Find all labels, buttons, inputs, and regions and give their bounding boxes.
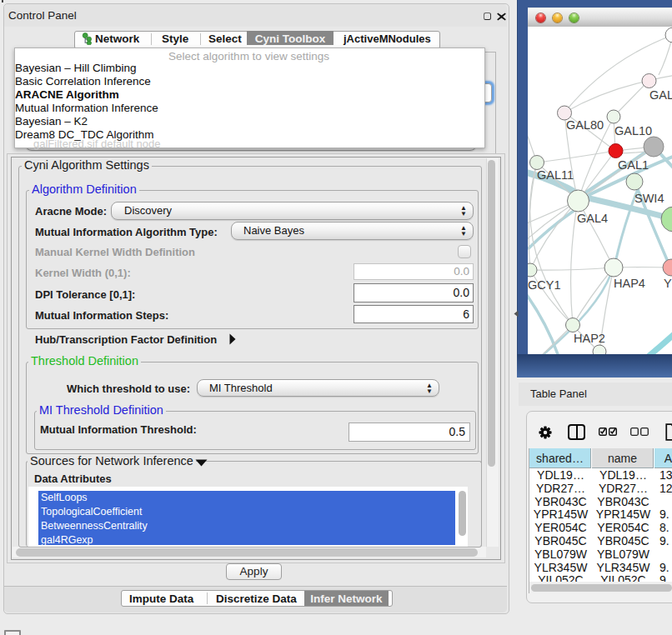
svg-text:Y: Y — [664, 277, 672, 290]
svg-text:GAL11: GAL11 — [537, 168, 574, 182]
svg-text:GAL80: GAL80 — [566, 118, 604, 132]
svg-text:GAL7: GAL7 — [649, 88, 672, 102]
svg-text:GAL4: GAL4 — [577, 212, 608, 225]
svg-text:GCY1: GCY1 — [528, 278, 561, 292]
svg-text:GAL1: GAL1 — [618, 158, 649, 172]
svg-text:HAP4: HAP4 — [614, 277, 645, 290]
svg-text:HAP2: HAP2 — [574, 332, 605, 345]
svg-text:SWI4: SWI4 — [634, 192, 664, 205]
svg-text:GAL10: GAL10 — [614, 124, 652, 138]
